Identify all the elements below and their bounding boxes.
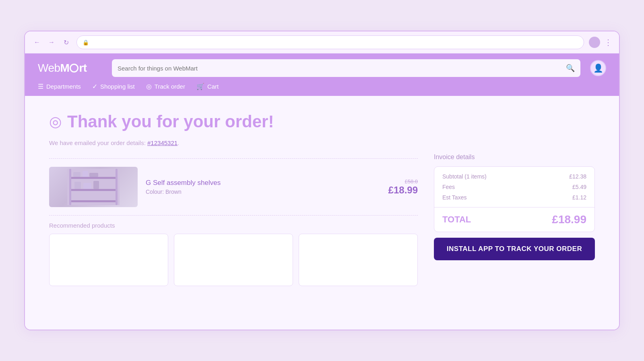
order-number-link[interactable]: #12345321 (147, 139, 178, 146)
email-notice: We have emailed your order details: #123… (49, 139, 595, 146)
install-app-button[interactable]: INSTALL APP TO TRACK YOUR ORDER (434, 238, 595, 260)
shelf-svg (67, 169, 120, 205)
invoice-taxes-row: Est Taxes £1.12 (442, 194, 586, 201)
invoice-title: Invoice details (434, 154, 595, 161)
rec-product-card-2[interactable] (174, 234, 293, 286)
subtotal-amount: £12.38 (569, 173, 586, 180)
thank-you-title-row: ◎ Thank you for your order! (49, 112, 595, 131)
svg-rect-11 (93, 181, 99, 189)
top-divider (49, 158, 418, 159)
logo-web: Web (38, 62, 60, 74)
logo-rt-bold: rt (79, 62, 87, 74)
order-item: G Self assembly shelves Colour: Brown £5… (49, 164, 418, 210)
address-bar[interactable]: 🔒 (76, 35, 584, 49)
total-label: TOTAL (442, 214, 471, 225)
logo-o-icon (70, 64, 78, 73)
browser-actions: ⋮ (589, 37, 613, 48)
forward-button[interactable]: → (46, 37, 57, 48)
total-amount: £18.99 (552, 213, 586, 226)
svg-rect-6 (73, 172, 80, 177)
nav-item-shopping-list[interactable]: ✓ Shopping list (92, 83, 135, 90)
track-order-icon: ◎ (146, 83, 152, 90)
browser-nav-buttons: ← → ↻ (31, 37, 72, 48)
email-notice-prefix: We have emailed your order details: (49, 139, 147, 146)
browser-window: ← → ↻ 🔒 ⋮ WebMrt 🔍 👤 ☰ Departments (24, 31, 620, 330)
product-img-placeholder (49, 167, 138, 207)
logo-mart-bold: M (60, 62, 70, 74)
back-button[interactable]: ← (31, 37, 43, 48)
taxes-label: Est Taxes (442, 194, 466, 201)
invoice-total-row: TOTAL £18.99 (434, 207, 594, 232)
nav-item-cart[interactable]: 🛒 Cart (196, 83, 219, 90)
svg-rect-2 (69, 189, 118, 191)
original-price: £58.0 (388, 178, 418, 185)
departments-label: Departments (46, 83, 81, 90)
recommended-grid (49, 234, 418, 286)
subtotal-label: Subtotal (1 items) (442, 173, 487, 180)
shopping-list-label: Shopping list (100, 83, 135, 90)
nav-item-departments[interactable]: ☰ Departments (38, 83, 81, 90)
search-input[interactable] (118, 65, 562, 72)
more-options-icon[interactable]: ⋮ (604, 37, 613, 47)
main-content: ◎ Thank you for your order! We have emai… (25, 96, 619, 330)
svg-rect-3 (69, 200, 118, 202)
cart-label: Cart (207, 83, 219, 90)
product-color: Colour: Brown (146, 189, 380, 195)
thank-you-heading: Thank you for your order! (67, 112, 274, 131)
user-icon: 👤 (593, 63, 603, 73)
track-order-label: Track order (155, 83, 185, 90)
product-name: G Self assembly shelves (146, 179, 380, 187)
invoice-rows: Subtotal (1 items) £12.38 Fees £5.49 Est… (434, 167, 594, 207)
rec-product-card-1[interactable] (49, 234, 168, 286)
taxes-amount: £1.12 (572, 194, 586, 201)
product-info: G Self assembly shelves Colour: Brown (146, 179, 380, 195)
search-button[interactable]: 🔍 (566, 64, 575, 73)
invoice-section: Invoice details Subtotal (1 items) £12.3… (434, 154, 595, 260)
fees-amount: £5.49 (572, 184, 586, 190)
thank-you-icon: ◎ (49, 113, 62, 130)
email-notice-suffix: . (178, 139, 179, 146)
svg-rect-7 (83, 171, 88, 177)
search-bar[interactable]: 🔍 (112, 59, 580, 77)
current-price: £18.99 (388, 185, 418, 196)
invoice-fees-row: Fees £5.49 (442, 184, 586, 190)
site-nav: ☰ Departments ✓ Shopping list ◎ Track or… (25, 83, 619, 96)
profile-circle[interactable] (589, 37, 600, 48)
svg-rect-5 (116, 169, 118, 205)
svg-rect-1 (69, 177, 118, 179)
svg-rect-8 (89, 173, 98, 177)
recommended-heading: Recommended products (49, 222, 418, 229)
product-price-block: £58.0 £18.99 (388, 178, 418, 196)
nav-item-track-order[interactable]: ◎ Track order (146, 83, 185, 90)
invoice-subtotal-row: Subtotal (1 items) £12.38 (442, 173, 586, 180)
reload-button[interactable]: ↻ (60, 37, 72, 48)
svg-rect-10 (83, 183, 91, 189)
svg-rect-9 (74, 182, 81, 189)
fees-label: Fees (442, 184, 455, 190)
product-image (49, 167, 138, 207)
browser-chrome: ← → ↻ 🔒 ⋮ (25, 31, 619, 54)
shopping-list-icon: ✓ (92, 83, 97, 90)
svg-rect-4 (69, 169, 71, 205)
departments-icon: ☰ (38, 83, 43, 90)
invoice-box: Subtotal (1 items) £12.38 Fees £5.49 Est… (434, 166, 595, 232)
cart-icon: 🛒 (196, 83, 204, 90)
lock-icon: 🔒 (83, 39, 89, 46)
site-header: WebMrt 🔍 👤 (25, 54, 619, 83)
order-section: G Self assembly shelves Colour: Brown £5… (49, 154, 418, 286)
bottom-divider (49, 215, 418, 216)
rec-product-card-3[interactable] (299, 234, 418, 286)
content-row: G Self assembly shelves Colour: Brown £5… (49, 154, 595, 286)
site-logo[interactable]: WebMrt (38, 62, 102, 75)
user-avatar[interactable]: 👤 (590, 60, 606, 76)
